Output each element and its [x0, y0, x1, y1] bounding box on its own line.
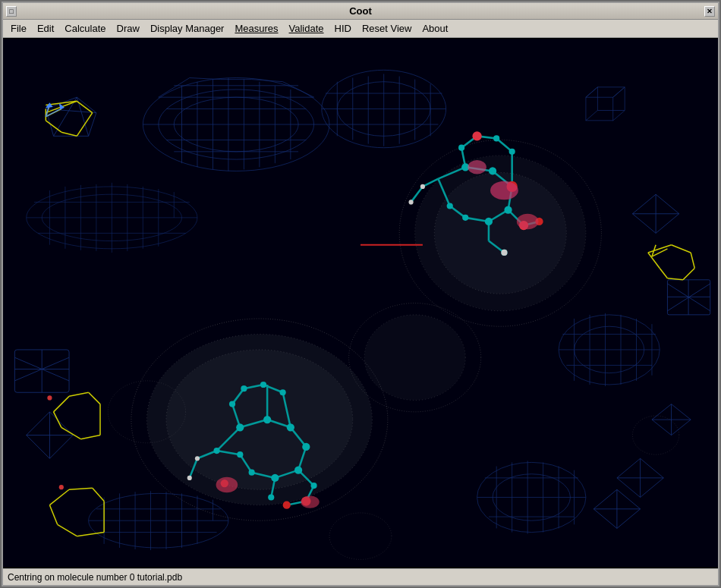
svg-point-231	[195, 456, 200, 461]
svg-point-269	[472, 131, 481, 140]
svg-point-211	[236, 423, 244, 431]
svg-rect-0	[3, 39, 718, 567]
svg-point-270	[420, 184, 425, 189]
menu-bar: FileEditCalculateDrawDisplay ManagerMeas…	[3, 20, 718, 38]
close-icon: ✕	[707, 8, 713, 15]
svg-point-276	[216, 477, 238, 492]
svg-point-172	[59, 485, 64, 489]
menu-item-reset-view[interactable]: Reset View	[357, 21, 417, 36]
svg-point-256	[485, 218, 493, 225]
svg-point-261	[493, 135, 499, 141]
svg-point-215	[294, 467, 302, 474]
menu-item-edit[interactable]: Edit	[33, 21, 58, 36]
svg-point-189	[364, 315, 465, 401]
menu-item-about[interactable]: About	[417, 21, 452, 36]
svg-point-232	[187, 476, 192, 480]
svg-point-217	[249, 470, 255, 476]
svg-point-259	[458, 145, 464, 151]
svg-point-272	[501, 250, 507, 256]
svg-point-262	[509, 149, 515, 155]
svg-point-277	[301, 495, 320, 508]
svg-point-214	[302, 443, 310, 451]
app-window: □ Coot ✕ FileEditCalculateDrawDisplay Ma…	[2, 2, 719, 586]
menu-item-display-manager[interactable]: Display Manager	[146, 21, 229, 36]
viewport[interactable]	[3, 38, 718, 568]
menu-item-validate[interactable]: Validate	[285, 21, 329, 36]
title-bar-controls-left: □	[6, 6, 17, 17]
svg-point-213	[287, 423, 294, 431]
svg-point-229	[283, 502, 291, 509]
svg-point-221	[241, 385, 247, 391]
menu-item-measures[interactable]: Measures	[230, 21, 282, 36]
molecule-canvas	[3, 38, 718, 568]
menu-item-file[interactable]: File	[6, 21, 31, 36]
svg-point-257	[462, 215, 468, 221]
svg-point-218	[237, 451, 243, 458]
title-bar: □ Coot ✕	[3, 3, 718, 20]
svg-point-227	[268, 494, 274, 500]
svg-point-258	[447, 203, 453, 209]
svg-point-222	[260, 382, 266, 388]
status-text: Centring on molecule number 0 tutorial.p…	[8, 572, 182, 583]
minimize-button[interactable]: □	[6, 6, 17, 17]
svg-point-171	[47, 395, 52, 400]
menu-item-draw[interactable]: Draw	[112, 21, 144, 36]
svg-point-274	[468, 160, 486, 174]
status-bar: Centring on molecule number 0 tutorial.p…	[3, 568, 718, 585]
svg-point-275	[517, 214, 539, 229]
svg-point-212	[263, 416, 271, 423]
menu-item-hid[interactable]: HID	[330, 21, 356, 36]
menu-item-calculate[interactable]: Calculate	[60, 21, 110, 36]
svg-point-220	[229, 401, 235, 407]
window-title: Coot	[17, 5, 704, 17]
svg-point-255	[504, 206, 512, 214]
svg-point-253	[489, 167, 496, 175]
svg-point-224	[310, 483, 316, 489]
svg-point-271	[408, 200, 413, 204]
minimize-icon: □	[9, 8, 13, 15]
close-button[interactable]: ✕	[704, 6, 715, 17]
svg-point-216	[271, 474, 279, 482]
svg-point-273	[490, 181, 518, 200]
svg-point-219	[213, 448, 219, 454]
svg-point-223	[280, 389, 286, 395]
